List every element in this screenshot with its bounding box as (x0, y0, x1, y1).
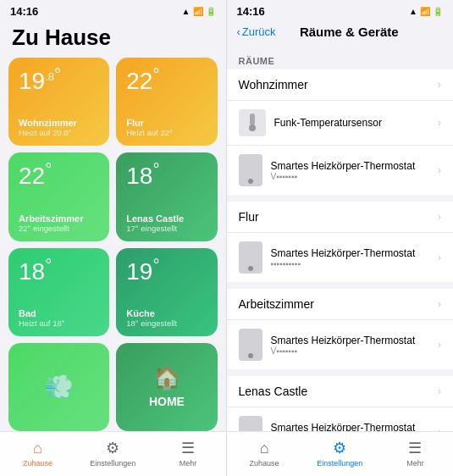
room-card-wohnzimmer[interactable]: 19.8° Wohnzimmer Heizt auf 20.0° (8, 58, 109, 146)
device-text-thermostat-arbeitszimmer: Smartes Heizkörper-Thermostat V▪▪▪▪▪▪▪ (271, 335, 439, 356)
nav-item-einstellungen-right[interactable]: ⚙ Einstellungen (302, 439, 378, 468)
back-button[interactable]: ‹ Zurück (237, 25, 276, 38)
room-name-wohnzimmer: Wohnzimmer (19, 118, 99, 128)
chevron-icon-sensor: › (438, 117, 441, 129)
room-temp-arbeitszimmer: 22° (19, 161, 99, 188)
home-nav-icon-right: ⌂ (260, 440, 269, 457)
room-subtitle-bad: Heizt auf 18° (19, 318, 99, 328)
room-group-lenas: Lenas Castle › Smartes Heizkörper-Thermo… (227, 376, 454, 431)
device-title-thermostat-wohnzimmer: Smartes Heizkörper-Thermostat (271, 160, 439, 172)
room-header-label-lenas: Lenas Castle (239, 385, 439, 398)
room-card-lenas-castle[interactable]: 18° Lenas Castle 17° eingestellt (116, 152, 217, 241)
nav-item-zuhause-right[interactable]: ⌂ Zuhause (227, 440, 302, 468)
room-header-flur[interactable]: Flur › (227, 202, 454, 233)
list-item-thermostat-wohnzimmer[interactable]: Smartes Heizkörper-Thermostat V▪▪▪▪▪▪▪ › (227, 146, 454, 195)
svg-point-1 (249, 125, 256, 131)
room-name-arbeitszimmer: Arbeitszimmer (19, 213, 99, 224)
more-nav-icon-left: ☰ (181, 439, 195, 457)
nav-label-mehr-right: Mehr (406, 459, 424, 468)
list-item-thermostat-lenas[interactable]: Smartes Heizkörper-Thermostat V▪▪▪▪▪▪▪ › (227, 407, 454, 431)
room-name-flur: Flur (126, 118, 207, 128)
wifi-icon: 📶 (193, 7, 203, 16)
nav-label-zuhause-right: Zuhause (250, 459, 279, 468)
signal-icon: ▲ (182, 7, 191, 16)
room-subtitle-arbeitszimmer: 22° eingestellt (19, 224, 99, 233)
right-panel: 14:16 ▲ 📶 🔋 ‹ Zurück Räume & Geräte RÄUM… (227, 0, 454, 476)
room-group-flur: Flur › Smartes Heizkörper-Thermostat ▪▪▪… (227, 202, 454, 282)
chevron-icon-lenas: › (438, 385, 441, 397)
device-text-thermostat-wohnzimmer: Smartes Heizkörper-Thermostat V▪▪▪▪▪▪▪ (271, 160, 439, 181)
room-temp-küche: 19° (126, 257, 207, 284)
home-nav-icon-left: ⌂ (33, 440, 42, 457)
more-nav-icon-right: ☰ (408, 439, 422, 457)
time-right: 14:16 (237, 5, 265, 18)
chevron-icon-thermostat-lenas: › (438, 426, 441, 431)
list-item-thermostat-flur[interactable]: Smartes Heizkörper-Thermostat ▪▪▪▪▪▪▪▪▪▪… (227, 233, 454, 282)
decimal-wohnzimmer: .8 (45, 70, 54, 83)
room-card-arbeitszimmer[interactable]: 22° Arbeitszimmer 22° eingestellt (8, 152, 109, 241)
room-card-bad[interactable]: 18° Bad Heizt auf 18° (8, 248, 109, 336)
device-text-thermostat-flur: Smartes Heizkörper-Thermostat ▪▪▪▪▪▪▪▪▪▪ (271, 247, 439, 268)
wind-icon: 💨 (44, 373, 74, 401)
list-item-funk-temperatursensor[interactable]: Funk-Temperatursensor › (227, 101, 454, 146)
room-temp-bad: 18° (19, 257, 99, 284)
nav-label-einstellungen-left: Einstellungen (90, 459, 135, 468)
room-card-küche[interactable]: 19° Küche 18° eingestellt (116, 248, 217, 336)
status-icons-right: ▲ 📶 🔋 (409, 7, 443, 16)
room-group-arbeitszimmer: Arbeitszimmer › Smartes Heizkörper-Therm… (227, 289, 454, 369)
chevron-icon-thermostat-arbeitszimmer: › (438, 339, 441, 351)
device-icon-thermostat-wohnzimmer (239, 154, 262, 186)
device-subtitle-thermostat-flur: ▪▪▪▪▪▪▪▪▪▪ (271, 259, 439, 268)
room-card-flur[interactable]: 22° Flur Heizt auf 22° (116, 58, 217, 146)
nav-item-zuhause-left[interactable]: ⌂ Zuhause (0, 440, 75, 468)
rooms-grid: 19.8° Wohnzimmer Heizt auf 20.0° 22° Flu… (0, 58, 226, 431)
room-subtitle-wohnzimmer: Heizt auf 20.0° (19, 128, 99, 137)
room-temp-flur: 22° (126, 66, 207, 93)
room-header-label-wohnzimmer: Wohnzimmer (239, 78, 439, 91)
room-name-bad: Bad (19, 308, 99, 318)
room-card-wind[interactable]: 💨 (8, 343, 109, 431)
nav-item-mehr-left[interactable]: ☰ Mehr (151, 439, 226, 468)
bottom-nav-right: ⌂ Zuhause ⚙ Einstellungen ☰ Mehr (227, 431, 454, 476)
chevron-left-icon: ‹ (237, 25, 240, 38)
room-header-lenas[interactable]: Lenas Castle › (227, 376, 454, 407)
device-title-thermostat-flur: Smartes Heizkörper-Thermostat (271, 247, 439, 259)
device-text-thermostat-lenas: Smartes Heizkörper-Thermostat V▪▪▪▪▪▪▪ (271, 422, 439, 432)
device-icon-sensor (239, 109, 266, 136)
device-title-sensor: Funk-Temperatursensor (274, 117, 439, 129)
device-title-thermostat-arbeitszimmer: Smartes Heizkörper-Thermostat (271, 335, 439, 346)
page-title: Zu Hause (0, 21, 226, 58)
chevron-icon-flur: › (438, 211, 441, 223)
room-header-wohnzimmer[interactable]: Wohnzimmer › (227, 69, 454, 101)
room-card-home[interactable]: 🏠 HOME (116, 343, 217, 431)
room-header-label-arbeitszimmer: Arbeitszimmer (239, 297, 439, 311)
nav-label-zuhause-left: Zuhause (23, 459, 52, 468)
content-scroll[interactable]: RÄUME Wohnzimmer › Funk-Temperatursensor… (227, 46, 454, 431)
room-header-label-flur: Flur (239, 210, 439, 224)
status-bar-right: 14:16 ▲ 📶 🔋 (227, 0, 454, 21)
chevron-icon-thermostat-flur: › (438, 252, 441, 263)
device-icon-thermostat-flur (239, 241, 262, 274)
device-icon-thermostat-arbeitszimmer (239, 329, 262, 361)
battery-icon: 🔋 (206, 7, 216, 16)
room-header-arbeitszimmer[interactable]: Arbeitszimmer › (227, 289, 454, 320)
settings-nav-icon-right: ⚙ (333, 439, 346, 457)
device-subtitle-thermostat-wohnzimmer: V▪▪▪▪▪▪▪ (271, 172, 439, 181)
list-item-thermostat-arbeitszimmer[interactable]: Smartes Heizkörper-Thermostat V▪▪▪▪▪▪▪ › (227, 320, 454, 369)
status-icons-left: ▲ 📶 🔋 (182, 7, 216, 16)
svg-rect-0 (250, 113, 255, 125)
room-group-wohnzimmer: Wohnzimmer › Funk-Temperatursensor › (227, 69, 454, 195)
room-temp-lenas: 18° (126, 161, 207, 188)
right-header: ‹ Zurück Räume & Geräte (227, 21, 454, 46)
signal-icon-right: ▲ (409, 7, 417, 16)
room-subtitle-küche: 18° eingestellt (126, 318, 207, 328)
nav-item-einstellungen-left[interactable]: ⚙ Einstellungen (75, 439, 151, 468)
room-subtitle-flur: Heizt auf 22° (126, 128, 207, 137)
device-subtitle-thermostat-arbeitszimmer: V▪▪▪▪▪▪▪ (271, 346, 439, 356)
room-temp-wohnzimmer: 19.8° (19, 66, 99, 93)
home-label: HOME (126, 395, 207, 408)
settings-nav-icon-left: ⚙ (106, 439, 119, 457)
nav-item-mehr-right[interactable]: ☰ Mehr (378, 439, 453, 468)
room-name-lenas: Lenas Castle (126, 213, 207, 224)
home-icon: 🏠 (153, 365, 180, 391)
